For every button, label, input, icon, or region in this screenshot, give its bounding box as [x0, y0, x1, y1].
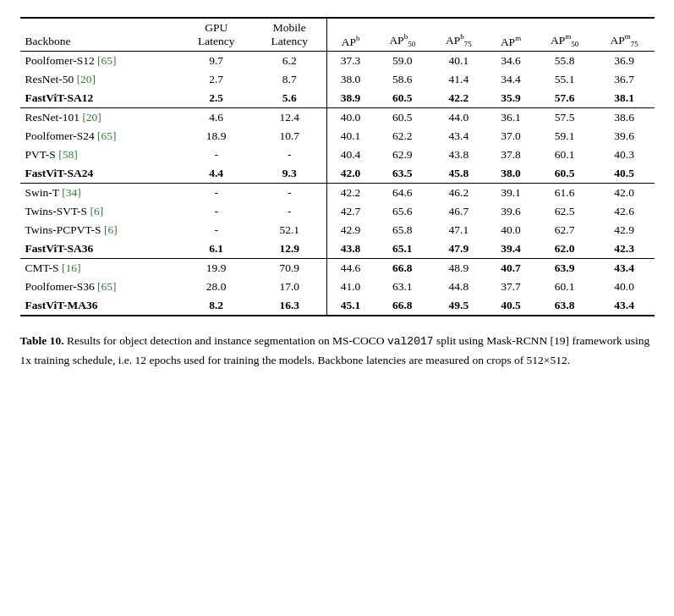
cell-apm: 40.5: [487, 296, 535, 316]
cell-apm: 39.1: [487, 184, 535, 203]
cell-apb50: 64.6: [374, 184, 430, 203]
cell-apb: 40.1: [326, 127, 374, 146]
cell-mob: 12.4: [253, 108, 326, 128]
cell-apb50: 60.5: [374, 108, 430, 128]
col-header-apb75: APb75: [430, 18, 487, 52]
cell-apm: 34.4: [487, 70, 535, 89]
cell-backbone: CMT-S [16]: [20, 259, 180, 278]
cell-backbone: ResNet-101 [20]: [20, 108, 180, 128]
cell-mob: -: [253, 146, 326, 164]
cell-apm75: 38.6: [595, 108, 655, 128]
cell-backbone: Twins-PCPVT-S [6]: [20, 221, 180, 239]
cell-gpu: -: [179, 202, 252, 221]
cell-mob: 8.7: [253, 70, 326, 89]
cell-apm75: 40.0: [595, 278, 655, 296]
cell-mob: 10.7: [253, 127, 326, 146]
cell-apm75: 36.9: [595, 52, 655, 71]
cell-apb50: 60.5: [374, 89, 430, 108]
cell-gpu: 6.1: [179, 239, 252, 259]
cell-apb75: 42.2: [430, 89, 487, 108]
results-table: Backbone GPULatency MobileLatency APb AP…: [20, 17, 655, 316]
cell-backbone: FastViT-SA36: [20, 239, 180, 259]
cell-apm: 37.0: [487, 127, 535, 146]
cell-apm: 37.7: [487, 278, 535, 296]
cell-apm50: 63.8: [534, 296, 595, 316]
cell-apm50: 60.1: [534, 146, 595, 164]
cell-apb50: 58.6: [374, 70, 430, 89]
cell-apb75: 43.8: [430, 146, 487, 164]
col-header-apb: APb: [326, 18, 374, 52]
cell-backbone: ResNet-50 [20]: [20, 70, 180, 89]
cell-apb75: 44.0: [430, 108, 487, 128]
cell-apm50: 62.0: [534, 239, 595, 259]
cell-apb: 38.9: [326, 89, 374, 108]
page-container: Backbone GPULatency MobileLatency APb AP…: [20, 17, 655, 369]
cell-apm50: 57.5: [534, 108, 595, 128]
cell-apm75: 43.4: [595, 296, 655, 316]
cell-apm: 36.1: [487, 108, 535, 128]
cell-apb: 42.9: [326, 221, 374, 239]
cell-apm: 40.0: [487, 221, 535, 239]
table-caption: Table 10. Results for object detection a…: [20, 332, 655, 369]
cell-apm75: 40.5: [595, 164, 655, 184]
cell-apb75: 48.9: [430, 259, 487, 278]
cell-apb75: 47.9: [430, 239, 487, 259]
cell-mob: 6.2: [253, 52, 326, 71]
cell-gpu: 4.6: [179, 108, 252, 128]
cell-apb: 44.6: [326, 259, 374, 278]
cell-backbone: Swin-T [34]: [20, 184, 180, 203]
cell-apm75: 42.6: [595, 202, 655, 221]
col-header-apm75: APm75: [595, 18, 655, 52]
cell-apm75: 39.6: [595, 127, 655, 146]
cell-gpu: -: [179, 184, 252, 203]
cell-apb50: 63.5: [374, 164, 430, 184]
cell-apb50: 63.1: [374, 278, 430, 296]
cell-apb50: 66.8: [374, 259, 430, 278]
cell-apb75: 43.4: [430, 127, 487, 146]
cell-gpu: 18.9: [179, 127, 252, 146]
cell-apm75: 43.4: [595, 259, 655, 278]
cell-backbone: Poolfomer-S24 [65]: [20, 127, 180, 146]
cell-apm50: 55.8: [534, 52, 595, 71]
cell-apm75: 42.9: [595, 221, 655, 239]
cell-apm: 35.9: [487, 89, 535, 108]
cell-apm50: 61.6: [534, 184, 595, 203]
cell-mob: -: [253, 184, 326, 203]
cell-apm75: 36.7: [595, 70, 655, 89]
cell-apm: 40.7: [487, 259, 535, 278]
cell-apm50: 60.1: [534, 278, 595, 296]
cell-mob: 16.3: [253, 296, 326, 316]
col-header-apm50: APm50: [534, 18, 595, 52]
cell-apb: 41.0: [326, 278, 374, 296]
cell-mob: 5.6: [253, 89, 326, 108]
cell-apm50: 55.1: [534, 70, 595, 89]
cell-apm: 37.8: [487, 146, 535, 164]
cell-backbone: Twins-SVT-S [6]: [20, 202, 180, 221]
cell-apb: 40.0: [326, 108, 374, 128]
col-header-apm: APm: [487, 18, 535, 52]
cell-mob: 17.0: [253, 278, 326, 296]
cell-apb75: 47.1: [430, 221, 487, 239]
cell-apb75: 40.1: [430, 52, 487, 71]
cell-apm: 39.4: [487, 239, 535, 259]
cell-apm75: 40.3: [595, 146, 655, 164]
cell-backbone: Poolfomer-S12 [65]: [20, 52, 180, 71]
cell-apb: 42.0: [326, 164, 374, 184]
cell-backbone: FastViT-SA12: [20, 89, 180, 108]
cell-apb50: 65.1: [374, 239, 430, 259]
cell-apb: 38.0: [326, 70, 374, 89]
cell-mob: 52.1: [253, 221, 326, 239]
cell-apb50: 66.8: [374, 296, 430, 316]
cell-apb: 42.7: [326, 202, 374, 221]
cell-gpu: 8.2: [179, 296, 252, 316]
cell-apm75: 42.0: [595, 184, 655, 203]
cell-apb: 43.8: [326, 239, 374, 259]
cell-backbone: FastViT-MA36: [20, 296, 180, 316]
cell-gpu: 28.0: [179, 278, 252, 296]
cell-apm50: 62.7: [534, 221, 595, 239]
cell-apb: 40.4: [326, 146, 374, 164]
cell-gpu: 9.7: [179, 52, 252, 71]
cell-apm50: 59.1: [534, 127, 595, 146]
cell-gpu: 4.4: [179, 164, 252, 184]
cell-mob: 9.3: [253, 164, 326, 184]
